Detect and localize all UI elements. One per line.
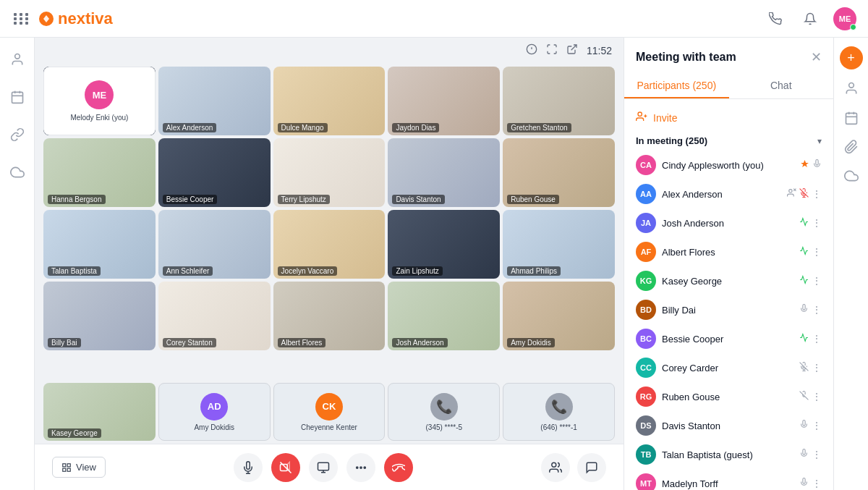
participant-icons: ⋮ <box>799 333 822 345</box>
video-cell-gretchen[interactable]: Gretchen Stanton <box>503 67 615 135</box>
chevron-down-icon[interactable]: ▾ <box>817 136 822 146</box>
video-cell-phone1[interactable]: 📞 (345) ****-5 <box>388 383 500 441</box>
invite-row[interactable]: Invite <box>624 105 833 131</box>
more-options-icon[interactable]: ⋮ <box>812 304 822 316</box>
panel-tabs: Participants (250) Chat <box>624 74 833 99</box>
me-name: Melody Enki (you) <box>70 114 128 122</box>
participant-icons: ⋮ <box>799 246 822 258</box>
screen-share-button[interactable] <box>309 453 338 482</box>
video-cell-josh[interactable]: Josh Anderson <box>388 282 500 350</box>
side-nav <box>0 38 35 490</box>
chat-button[interactable] <box>577 453 606 482</box>
svg-line-29 <box>800 392 809 400</box>
phone-nav-icon[interactable] <box>764 7 787 30</box>
speaking-icon <box>799 275 809 287</box>
host-icon <box>800 159 809 171</box>
video-cell-phone2[interactable]: 📞 (646) ****-1 <box>503 383 615 441</box>
video-cell-hanna[interactable]: Hanna Bergson <box>43 138 156 207</box>
tab-participants[interactable]: Participants (250) <box>624 74 729 98</box>
video-cell-davis[interactable]: Davis Stanton <box>388 138 500 207</box>
invite-icon <box>636 111 647 125</box>
participant-avatar: MT <box>636 473 656 490</box>
video-cell-dulce[interactable]: Dulce Mango <box>273 67 386 135</box>
video-cell-ann[interactable]: Ann Schleifer <box>158 210 271 279</box>
svg-point-30 <box>848 83 854 88</box>
add-button[interactable]: + <box>840 46 863 69</box>
cloud-icon[interactable] <box>844 169 859 186</box>
more-options-button[interactable] <box>346 453 375 482</box>
expand-icon[interactable] <box>546 43 558 58</box>
participants-button[interactable] <box>541 453 570 482</box>
user-avatar[interactable]: ME <box>833 7 856 30</box>
video-cell-ahmad[interactable]: Ahmad Philips <box>503 210 615 279</box>
video-cell-corey[interactable]: Corey Stanton <box>158 282 271 350</box>
video-cell-cheyenne-phone[interactable]: CK Cheyenne Kenter <box>273 383 386 441</box>
more-options-icon[interactable]: ⋮ <box>812 275 822 287</box>
participant-row: MT Madelyn Torff ⋮ <box>624 469 833 490</box>
calendar-icon[interactable] <box>844 111 859 128</box>
mic-icon <box>812 159 822 171</box>
more-options-icon[interactable]: ⋮ <box>812 420 822 431</box>
side-nav-cloud-icon[interactable] <box>4 159 30 185</box>
in-meeting-header: In meeting (250) ▾ <box>624 131 833 151</box>
right-panel: Meeting with team ✕ Participants (250) C… <box>624 38 833 490</box>
participant-name: Cindy Applesworth (you) <box>662 160 794 171</box>
video-cell-ruben[interactable]: Ruben Gouse <box>503 138 615 207</box>
bell-nav-icon[interactable] <box>799 7 822 30</box>
participant-icons: ⋮ <box>799 420 822 431</box>
video-cell-bessie[interactable]: Bessie Cooper <box>158 138 271 207</box>
invite-label: Invite <box>653 112 677 124</box>
person-icon[interactable] <box>844 81 859 99</box>
video-cell-amy2[interactable]: Amy Dokidis <box>503 282 615 350</box>
side-nav-person-icon[interactable] <box>4 46 30 72</box>
video-cell-jaydon[interactable]: Jaydon Dias <box>388 67 500 135</box>
video-cell-amy-phone[interactable]: AD Amy Dokidis <box>158 383 271 441</box>
video-label: Alex Anderson <box>163 123 217 132</box>
video-top-bar: 11:52 <box>35 38 624 64</box>
side-nav-link-icon[interactable] <box>4 122 30 148</box>
video-label: Zain Lipshutz <box>392 266 442 276</box>
end-call-button[interactable] <box>384 453 413 482</box>
video-cell-jocelyn[interactable]: Jocelyn Vaccaro <box>273 210 386 279</box>
view-button[interactable]: View <box>52 457 106 478</box>
participant-row: RG Ruben Gouse ⋮ <box>624 382 833 411</box>
video-button[interactable] <box>271 453 300 482</box>
paperclip-icon[interactable] <box>844 140 859 157</box>
video-cell-terry[interactable]: Terry Lipshutz <box>273 138 386 207</box>
video-area: 11:52 ME Melody Enki (you) Alex Anderson… <box>35 38 624 490</box>
external-icon[interactable] <box>566 43 578 58</box>
video-cell-alex[interactable]: Alex Anderson <box>158 67 271 135</box>
more-options-icon[interactable]: ⋮ <box>812 246 822 258</box>
more-options-icon[interactable]: ⋮ <box>812 478 822 489</box>
svg-rect-10 <box>67 463 70 466</box>
video-cell-albert[interactable]: Albert Flores <box>273 282 386 350</box>
more-options-icon[interactable]: ⋮ <box>812 391 822 402</box>
participant-row: BC Bessie Cooper ⋮ <box>624 324 833 353</box>
video-cell-kasey[interactable]: Kasey George <box>43 383 156 441</box>
tab-chat[interactable]: Chat <box>729 74 834 98</box>
side-nav-calendar-icon[interactable] <box>4 84 30 110</box>
more-options-icon[interactable]: ⋮ <box>812 188 822 200</box>
video-cell-billy[interactable]: Billy Bai <box>43 282 156 350</box>
more-options-icon[interactable]: ⋮ <box>812 217 822 229</box>
participant-name: Billy Dai <box>662 305 793 316</box>
info-icon[interactable] <box>526 43 537 58</box>
participant-name: Josh Anderson <box>662 218 793 229</box>
panel-close-button[interactable]: ✕ <box>811 49 822 65</box>
video-cell-zain[interactable]: Zain Lipshutz <box>388 210 500 279</box>
more-options-icon[interactable]: ⋮ <box>812 449 822 460</box>
participant-name: Corey Carder <box>662 363 793 373</box>
mic-button[interactable] <box>234 453 263 482</box>
participant-avatar: KG <box>636 271 656 291</box>
video-cell-talan[interactable]: Talan Baptista <box>43 210 156 279</box>
participant-row: BD Billy Dai ⋮ <box>624 295 833 324</box>
video-label: Billy Bai <box>48 338 81 347</box>
participant-icons: ⋮ <box>799 478 822 489</box>
grid-menu-icon[interactable] <box>12 9 32 29</box>
more-options-icon[interactable]: ⋮ <box>812 362 822 373</box>
video-label: Ahmad Philips <box>507 266 561 276</box>
participant-row: DS Davis Stanton ⋮ <box>624 411 833 440</box>
participant-avatar: TB <box>636 444 656 465</box>
video-cell-me[interactable]: ME Melody Enki (you) <box>43 67 156 135</box>
more-options-icon[interactable]: ⋮ <box>812 333 822 345</box>
